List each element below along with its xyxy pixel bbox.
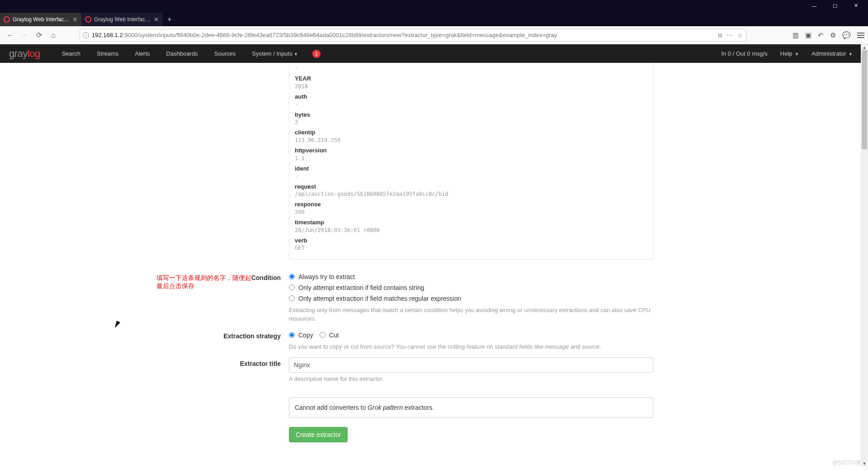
tab-close-icon[interactable]: ✕ (72, 16, 78, 23)
graylog-logo[interactable]: graylog (9, 48, 40, 60)
library-icon[interactable]: ▥ (793, 31, 799, 39)
field-name: clientip (295, 128, 647, 137)
field-value: - (295, 172, 647, 180)
field-name: verb (295, 237, 647, 245)
browser-tabbar: Graylog Web Interface - New ✕ Graylog We… (0, 11, 868, 26)
condition-regex-radio[interactable]: Only attempt extraction if field matches… (289, 293, 653, 304)
nav-help[interactable]: Help ▼ (774, 50, 805, 57)
extractor-form: -YEAR2018auth-bytes2clientip113.96.219.2… (215, 63, 653, 462)
nav-sources[interactable]: Sources (206, 50, 244, 57)
chevron-down-icon: ▼ (848, 52, 853, 57)
nav-search[interactable]: Search (54, 50, 89, 57)
address-bar[interactable]: i 192.168.1.2:9000/system/inputs/ff640b0… (80, 29, 746, 42)
field-name: timestamp (295, 218, 647, 227)
field-name: bytes (295, 111, 647, 119)
notification-badge[interactable]: 1 (312, 50, 321, 58)
browser-tab-inactive[interactable]: Graylog Web Interface - Gra ✕ (81, 13, 163, 26)
back-button[interactable]: ← (4, 29, 16, 42)
chevron-down-icon: ▼ (294, 52, 298, 57)
strategy-cut-radio[interactable]: Cut (320, 332, 339, 339)
tab-close-icon[interactable]: ✕ (154, 16, 159, 23)
svg-line-0 (115, 283, 157, 328)
field-value: GET (295, 244, 647, 251)
annotation-arrow-icon (108, 280, 163, 333)
field-name: request (295, 183, 647, 191)
strategy-copy-radio[interactable]: Copy (289, 332, 313, 339)
app-menu-icon[interactable] (857, 33, 864, 38)
page-actions-icon[interactable]: ⋯ (726, 32, 733, 39)
window-minimize-button[interactable]: — (804, 0, 825, 11)
nav-alerts[interactable]: Alerts (127, 50, 158, 57)
chat-icon[interactable]: 💬 (842, 31, 851, 39)
extractor-title-input[interactable] (289, 357, 653, 373)
field-name: auth (295, 93, 647, 101)
qr-icon[interactable]: ⧈ (718, 31, 722, 39)
nav-system[interactable]: System / Inputs▼ (244, 50, 306, 57)
site-info-icon[interactable]: i (83, 32, 89, 38)
svg-marker-1 (115, 321, 120, 328)
home-button[interactable]: ⌂ (47, 29, 60, 42)
sidebar-icon[interactable]: ▣ (805, 31, 811, 39)
field-name: ident (295, 165, 647, 173)
new-tab-button[interactable]: + (163, 13, 176, 26)
window-titlebar: — ▢ ✕ (0, 0, 868, 11)
condition-label: Condition (215, 271, 289, 323)
strategy-label: Extraction strategy (215, 330, 289, 351)
field-value: - (295, 100, 647, 108)
url-text: 192.168.1.2:9000/system/inputs/ff640b0e-… (92, 32, 557, 38)
graylog-favicon-icon (85, 16, 91, 23)
scrollbar-thumb[interactable] (862, 50, 867, 149)
field-value: 2 (295, 118, 647, 126)
graylog-navbar: graylog Search Streams Alerts Dashboards… (0, 44, 868, 63)
browser-tab-active[interactable]: Graylog Web Interface - New ✕ (0, 13, 81, 26)
undo-icon[interactable]: ↶ (818, 31, 824, 39)
field-name: httpversion (295, 147, 647, 155)
io-status: In 0 / Out 0 msg/s (715, 50, 774, 57)
converters-alert: Cannot add converters to Grok pattern ex… (289, 397, 653, 418)
extractor-preview-fields: -YEAR2018auth-bytes2clientip113.96.219.2… (289, 63, 653, 260)
tab-title: Graylog Web Interface - New (13, 16, 70, 23)
field-value: /api/auction-goods/5b28b0885fe2aa195fa8c… (295, 190, 647, 198)
tab-title: Graylog Web Interface - Gra (94, 16, 151, 23)
create-extractor-button[interactable]: Create extractor (289, 427, 348, 442)
field-name: YEAR (295, 75, 647, 83)
window-maximize-button[interactable]: ▢ (825, 0, 845, 11)
bookmark-star-icon[interactable]: ☆ (737, 32, 743, 39)
field-name: response (295, 200, 647, 209)
field-value: 28/Jun/2018:03:36:01 +0800 (295, 227, 647, 234)
condition-always-radio[interactable]: Always try to extract (289, 271, 653, 282)
condition-string-radio[interactable]: Only attempt extraction if field contain… (289, 282, 653, 293)
chevron-down-icon: ▼ (794, 52, 799, 57)
graylog-favicon-icon (4, 16, 10, 23)
nav-streams[interactable]: Streams (89, 50, 127, 57)
scroll-down-icon[interactable]: ▼ (861, 460, 868, 467)
condition-help: Extracting only from messages that match… (289, 306, 653, 323)
field-value: 200 (295, 209, 647, 216)
vertical-scrollbar[interactable]: ▲ ▼ (861, 44, 868, 467)
strategy-help: Do you want to copy or cut from source? … (289, 342, 653, 351)
extractor-title-help: A descriptive name for this extractor. (289, 374, 653, 384)
extractor-title-label: Extractor title (215, 357, 289, 442)
browser-toolbar: ← → ⟳ ⌂ i 192.168.1.2:9000/system/inputs… (0, 26, 868, 44)
nav-dashboards[interactable]: Dashboards (158, 50, 206, 57)
nav-administrator[interactable]: Administrator ▼ (805, 50, 859, 57)
extensions-icon[interactable]: ⚙ (830, 31, 836, 39)
forward-button[interactable]: → (18, 29, 31, 42)
field-value: 113.96.219.250 (295, 137, 647, 144)
reload-button[interactable]: ⟳ (33, 29, 45, 42)
field-value: 2018 (295, 83, 647, 90)
window-close-button[interactable]: ✕ (845, 0, 866, 11)
field-value: 1.1 (295, 155, 647, 162)
